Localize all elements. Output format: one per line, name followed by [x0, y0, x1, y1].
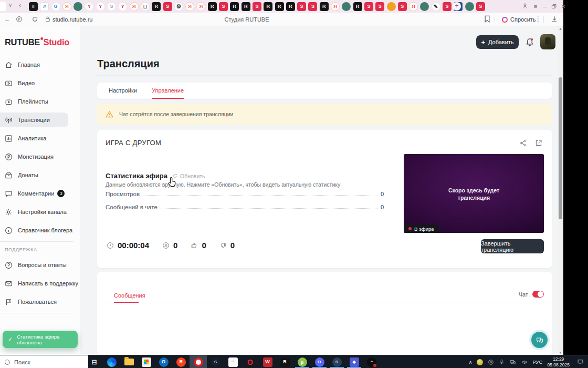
lock-icon[interactable] [45, 16, 50, 24]
tab-settings[interactable]: Настройки [109, 87, 137, 99]
taskbar-app-word-red-app[interactable]: W [259, 355, 276, 368]
stream-preview-player[interactable]: Скоро здесь будет трансляция В эфире [404, 154, 544, 233]
sidebar-item-ruble[interactable]: Монетизация [0, 149, 68, 164]
tab-favicon[interactable]: S [297, 2, 307, 12]
support-chat-fab[interactable] [531, 332, 548, 348]
tab-favicon[interactable]: R [263, 2, 273, 12]
notifications-bell-icon[interactable] [524, 37, 535, 47]
sidebar-item-question[interactable]: Вопросы и ответы [0, 258, 68, 272]
taskbar-search[interactable]: Поиск [0, 355, 88, 368]
url-text[interactable]: studio.rutube.ru [52, 16, 92, 23]
tab-favicon[interactable]: G [51, 2, 61, 12]
tab-favicon[interactable]: ⚙ [174, 2, 184, 12]
back-icon[interactable]: ← [4, 15, 10, 23]
sidebar-item-gear[interactable]: Настройки канала [0, 205, 68, 219]
taskbar-app-blue-app[interactable]: ◆ [345, 355, 363, 368]
close-button[interactable]: ✕ [559, 3, 568, 10]
reload-icon[interactable] [32, 16, 38, 24]
sidebar-item-wallet[interactable]: Донаты [0, 168, 68, 182]
tab-favicon[interactable]: S [218, 2, 228, 12]
tab-favicon[interactable]: S [107, 2, 117, 12]
chat-toggle[interactable] [532, 291, 544, 298]
taskbar-app-task-view[interactable]: ⊟ [86, 355, 103, 368]
add-button[interactable]: + Добавить [476, 35, 519, 49]
tab-favicon[interactable]: R [275, 2, 285, 12]
scrollbar-thumb[interactable] [559, 77, 562, 219]
rutube-studio-logo[interactable]: RUTUBE•Studio [5, 37, 69, 47]
taskbar-app-notepad[interactable]: ≡ [224, 355, 242, 368]
downloads-icon[interactable] [551, 16, 558, 24]
browser-tray-icon[interactable] [488, 359, 494, 365]
taskbar-app-steam-2[interactable]: S [328, 355, 345, 368]
tab-favicon[interactable]: S [308, 2, 318, 12]
sidebar-item-comment[interactable]: Комментарии3 [0, 186, 68, 201]
language-indicator[interactable]: РУС [532, 359, 542, 365]
taskbar-app-store[interactable] [138, 355, 155, 368]
tab-favicon[interactable]: Y [96, 2, 106, 12]
hidden-icons-chevron[interactable]: ∧ [469, 360, 472, 365]
bookmark-icon[interactable] [484, 15, 490, 24]
action-center-icon[interactable] [577, 359, 584, 365]
page-scrollbar[interactable]: ▲ ▼ [558, 26, 563, 355]
tab-favicon[interactable]: S [252, 2, 262, 12]
refresh-stats-link[interactable]: Обновить [172, 173, 205, 179]
tab-favicon[interactable]: Я [196, 2, 206, 12]
tab-favicon[interactable]: R [353, 2, 363, 12]
tab-favicon[interactable]: R [319, 2, 329, 12]
taskbar-app-discord[interactable]: D [311, 355, 328, 368]
ask-ai-button[interactable]: Спросить [498, 14, 540, 25]
scroll-tabs-left-icon[interactable]: ‹ [19, 2, 21, 9]
tab-favicon[interactable] [341, 2, 351, 12]
tab-favicon[interactable]: ✎ [431, 2, 441, 12]
more-options-icon[interactable]: ⋮ [535, 15, 541, 23]
tab-favicon[interactable]: Y [84, 2, 94, 12]
tab-favicon[interactable]: S [364, 2, 374, 12]
tab-favicon[interactable]: Я [408, 2, 418, 12]
taskbar-app-edge[interactable] [103, 355, 120, 368]
extension-icon[interactable] [16, 16, 23, 24]
tab-favicon[interactable]: S [375, 2, 385, 12]
end-broadcast-button[interactable]: Завершить трансляцию [481, 239, 544, 253]
sidebar-item-home[interactable]: Главная [0, 57, 68, 72]
network-icon[interactable] [509, 359, 516, 365]
profile-icon[interactable] [520, 2, 530, 11]
tab-favicon[interactable]: S [442, 2, 452, 12]
microphone-icon[interactable] [499, 359, 505, 365]
taskbar-app-opera[interactable]: O [242, 355, 259, 368]
sidebar-item-info[interactable]: Справочник блогера [0, 223, 68, 238]
tab-favicon[interactable]: Я [185, 2, 195, 12]
tab-favicon[interactable]: R [286, 2, 296, 12]
tab-favicon[interactable]: R [151, 2, 161, 12]
menu-icon[interactable]: ≡ [530, 3, 541, 9]
taskbar-app-yandex-app[interactable]: Я [172, 355, 190, 368]
tab-favicon[interactable]: R [207, 2, 217, 12]
tab-messages[interactable]: Сообщения [114, 292, 145, 299]
tab-favicon[interactable]: R [229, 2, 239, 12]
tab-favicon[interactable] [386, 2, 396, 12]
new-tab-button[interactable]: + [453, 2, 461, 11]
chevron-down-icon[interactable]: ∨ [8, 2, 12, 8]
tab-management[interactable]: Управление [152, 87, 184, 99]
tab-favicon[interactable]: S [163, 2, 173, 12]
coin-tray-icon[interactable] [477, 359, 483, 365]
tab-favicon[interactable] [73, 2, 83, 12]
taskbar-app-obs[interactable]: ◔ [363, 355, 380, 368]
share-icon[interactable] [519, 139, 528, 147]
clock-tray[interactable]: 12:29 05.08.2025 [547, 356, 570, 367]
speaker-icon[interactable] [521, 359, 528, 365]
scrollbar-down-arrow[interactable]: ▼ [558, 351, 563, 354]
tab-favicon[interactable]: S [476, 2, 486, 12]
restore-button[interactable] [549, 2, 559, 11]
tab-favicon[interactable] [465, 2, 475, 12]
scrollbar-up-arrow[interactable]: ▲ [558, 27, 563, 30]
taskbar-app-utorrent[interactable]: µ [293, 355, 311, 368]
taskbar-app-yandex-browser[interactable] [190, 355, 207, 368]
tab-favicon[interactable]: Я [62, 2, 72, 12]
tab-favicon[interactable]: R [241, 2, 251, 12]
tab-favicon[interactable]: Я [330, 2, 340, 12]
taskbar-app-file-explorer[interactable] [120, 355, 138, 368]
taskbar-app-r-app[interactable]: R [276, 355, 293, 368]
tab-favicon[interactable]: S [397, 2, 407, 12]
tab-favicon[interactable]: // [39, 2, 49, 12]
sidebar-item-analytics[interactable]: Аналитика [0, 131, 68, 146]
